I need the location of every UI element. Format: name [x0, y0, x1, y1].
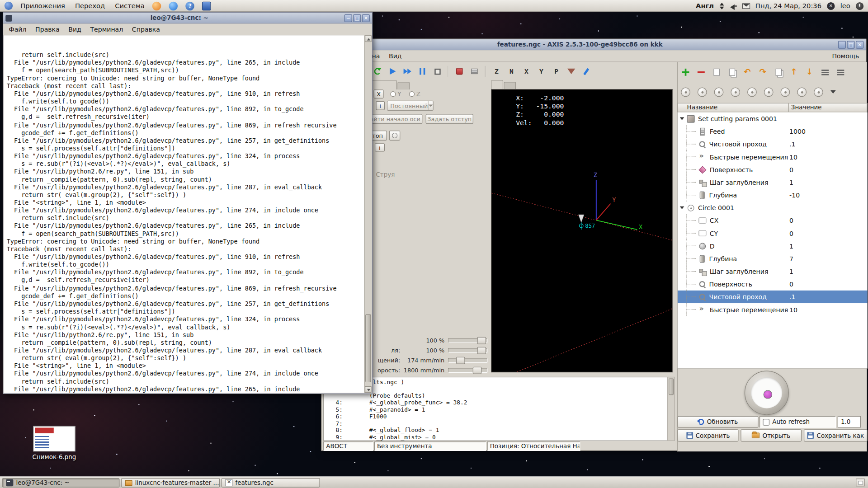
- feature-insert-icon-3[interactable]: [714, 87, 724, 97]
- tree-row[interactable]: Circle 0001: [678, 202, 868, 214]
- keyboard-layout-indicator[interactable]: Англ: [696, 2, 714, 9]
- gcode-line[interactable]: (Probe defaults): [324, 392, 667, 399]
- scroll-down-arrow[interactable]: [365, 386, 372, 393]
- view-axis-button[interactable]: Z: [490, 65, 503, 78]
- tab-preview[interactable]: [491, 80, 503, 90]
- feature-insert-icon-1[interactable]: [681, 87, 690, 97]
- feature-insert-icon-8[interactable]: [797, 87, 807, 97]
- close-button[interactable]: ✕: [856, 41, 863, 48]
- remove-feature-button[interactable]: [694, 65, 708, 78]
- tree-row[interactable]: Чистовой проход .1: [678, 291, 868, 303]
- run-button[interactable]: [386, 65, 399, 78]
- tree-row-value[interactable]: 10: [789, 306, 797, 314]
- slider-thumb[interactable]: [473, 366, 482, 374]
- clock[interactable]: Пнд, 24 Мар, 20:36: [755, 2, 821, 9]
- view-axis-button[interactable]: P: [550, 65, 563, 78]
- terminal-output[interactable]: return self.include(src) File "/usr/lib/…: [4, 35, 364, 393]
- menu-help[interactable]: Помощь: [832, 52, 866, 60]
- tree-row-value[interactable]: .1: [789, 293, 795, 300]
- desktop-icon-snimok[interactable]: Снимок-6.png: [29, 426, 80, 461]
- workspace-switcher[interactable]: [856, 479, 865, 486]
- tree-row-value[interactable]: 10: [789, 153, 797, 161]
- top-panel-menu[interactable]: Система: [115, 2, 145, 9]
- slider-thumb[interactable]: [456, 357, 465, 364]
- tree-row-value[interactable]: 0: [789, 216, 793, 224]
- terminal-scrollbar[interactable]: [364, 35, 372, 393]
- view-axis-button[interactable]: N: [505, 65, 518, 78]
- terminal-menu-item[interactable]: Правка: [35, 25, 60, 33]
- chevron-down-icon[interactable]: [830, 90, 836, 94]
- tree-row[interactable]: Глубина 7: [678, 252, 868, 265]
- paste-button[interactable]: [772, 65, 785, 78]
- copy-button[interactable]: [710, 65, 723, 78]
- jog-plus-button[interactable]: +: [376, 101, 385, 110]
- tree-row-value[interactable]: 0: [789, 280, 793, 288]
- tree-row[interactable]: CX 0: [678, 214, 868, 227]
- top-panel-menu[interactable]: Переход: [75, 2, 105, 9]
- screenshot-app-icon[interactable]: [202, 1, 211, 10]
- jog-increment-combo[interactable]: Постоянный: [387, 101, 434, 111]
- menu-item[interactable]: Вид: [389, 52, 402, 60]
- close-button[interactable]: ✕: [362, 14, 370, 22]
- save-as-button[interactable]: Сохранить как: [804, 429, 868, 441]
- column-header-name[interactable]: Название: [678, 103, 788, 113]
- scale-input[interactable]: 1.0: [838, 416, 861, 428]
- taskbar-item[interactable]: features.ngc: [222, 478, 320, 487]
- tree-row-value[interactable]: 1: [789, 242, 793, 250]
- gcode-line[interactable]: 8: #<_global_flood> = 1: [324, 427, 667, 433]
- taskbar-item[interactable]: linuxcnc-features-master ...: [121, 478, 220, 487]
- maximize-button[interactable]: □: [353, 14, 361, 22]
- tree-row-value[interactable]: 7: [789, 255, 793, 263]
- spindle-plus-button[interactable]: +: [375, 143, 385, 151]
- tree-row[interactable]: Быстрые перемещения 10: [678, 303, 868, 316]
- tree-row[interactable]: Set cutting params 0001: [678, 113, 868, 125]
- help-icon[interactable]: ?: [185, 1, 194, 10]
- tree-row[interactable]: Поверхность 0: [678, 163, 868, 176]
- view-axis-button[interactable]: Y: [535, 65, 548, 78]
- axis-select-z[interactable]: Z: [409, 91, 420, 98]
- add-feature-button[interactable]: [679, 65, 692, 78]
- user-menu[interactable]: leo: [840, 2, 850, 9]
- minimize-button[interactable]: ─: [344, 14, 352, 22]
- tree-row-value[interactable]: 0: [789, 230, 793, 237]
- backplot-preview[interactable]: Z Y X 857 X: -2.000Y: -15.000Z: 0.000Vel…: [491, 89, 673, 372]
- tree-row-value[interactable]: 1000: [789, 127, 806, 135]
- feature-insert-icon-4[interactable]: [731, 87, 740, 97]
- slider-track[interactable]: [448, 338, 488, 343]
- gcode-listing[interactable]: ults.ngc ) (Probe defaults) 4: #<_global…: [323, 377, 668, 441]
- tab-manual-mdi[interactable]: [397, 82, 410, 89]
- undo-button[interactable]: ↶: [741, 65, 754, 78]
- jog-wheel[interactable]: [745, 371, 789, 415]
- taskbar-item[interactable]: leo@7G43-cnc: ~: [2, 478, 120, 487]
- move-down-button[interactable]: ↓: [803, 65, 816, 78]
- run-step-button[interactable]: [401, 65, 414, 78]
- expander-icon[interactable]: [680, 117, 684, 120]
- duplicate-button[interactable]: [725, 65, 738, 78]
- axis-select-x[interactable]: X: [374, 89, 384, 99]
- firefox-icon[interactable]: [152, 1, 161, 10]
- view-axis-button[interactable]: X: [520, 65, 533, 78]
- touch-off-button[interactable]: [453, 65, 466, 78]
- top-panel-menu[interactable]: Приложения: [20, 2, 65, 9]
- volume-icon[interactable]: [730, 3, 737, 9]
- browser-icon[interactable]: [169, 1, 178, 10]
- collapse-all-button[interactable]: [818, 65, 831, 78]
- feature-insert-icon-2[interactable]: [698, 87, 707, 97]
- save-button[interactable]: Сохранить: [678, 429, 739, 441]
- tree-row-value[interactable]: -10: [789, 191, 800, 199]
- expander-icon[interactable]: [680, 206, 684, 209]
- slider-track[interactable]: [448, 368, 488, 373]
- refresh-button[interactable]: Обновить: [678, 416, 759, 428]
- minimize-button[interactable]: ─: [838, 41, 846, 48]
- tree-row[interactable]: Шаг заглубления 1: [678, 265, 868, 278]
- axis-titlebar[interactable]: features.ngc - AXIS 2.5.3-100-ge49bcc86 …: [321, 39, 866, 50]
- applications-menu-icon[interactable]: [5, 2, 13, 10]
- terminal-titlebar[interactable]: leo@7G43-cnc: ~ ─ □ ✕: [3, 13, 372, 23]
- terminal-menu-item[interactable]: Файл: [9, 25, 27, 33]
- tree-row[interactable]: Поверхность 0: [678, 278, 868, 291]
- redraw-button[interactable]: [580, 65, 593, 78]
- slider-track[interactable]: [448, 358, 488, 363]
- tree-row-value[interactable]: 1: [789, 267, 793, 275]
- power-icon[interactable]: [856, 2, 863, 9]
- terminal-menu-item[interactable]: Вид: [68, 25, 81, 33]
